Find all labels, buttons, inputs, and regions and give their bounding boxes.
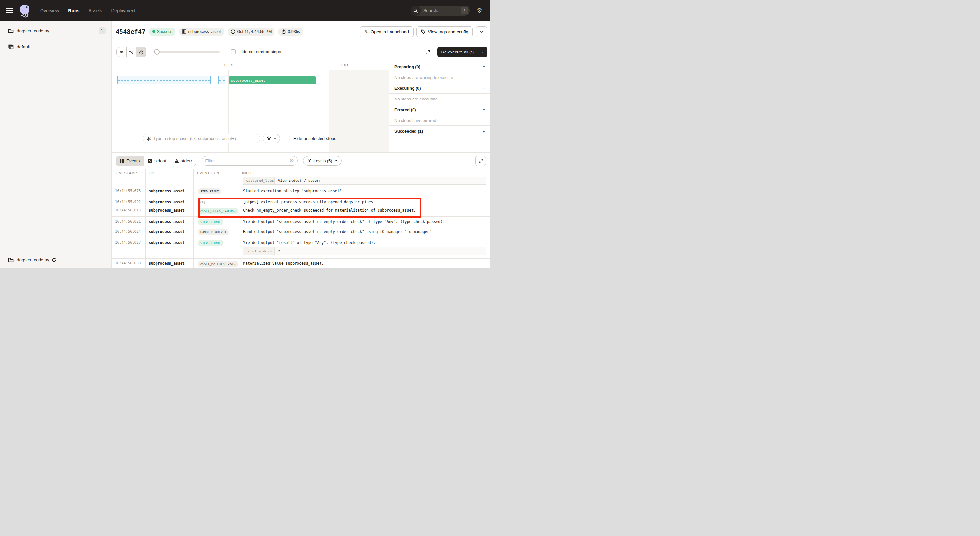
status-badge: Success bbox=[150, 28, 175, 36]
nav-link-assets[interactable]: Assets bbox=[89, 8, 102, 13]
event-info: captured_logsView stdout / stderr bbox=[239, 177, 490, 186]
sidebar-footer: dagster_code.py bbox=[0, 251, 111, 268]
waterfall-view-icon bbox=[129, 49, 134, 54]
sidebar-item-job-default[interactable]: default bbox=[0, 41, 111, 52]
chevron-down-icon bbox=[480, 31, 484, 33]
reexecute-dropdown-caret[interactable]: ▾ bbox=[478, 47, 487, 57]
info-link[interactable]: no_empty_order_check bbox=[257, 208, 301, 213]
filter-placeholder: Filter... bbox=[205, 159, 290, 163]
panel-section-header[interactable]: Errored (0)▾ bbox=[389, 104, 490, 115]
timeline-tick: 1.0s bbox=[340, 63, 349, 67]
gantt-step-bar[interactable]: subprocess_asset bbox=[229, 76, 316, 84]
open-in-launchpad-button[interactable]: ✎ Open in Launchpad bbox=[360, 26, 413, 37]
funnel-icon bbox=[307, 159, 312, 163]
info-link[interactable]: subprocess_asset bbox=[377, 208, 414, 213]
event-row[interactable]: 16:44:56.024subprocess_assetHANDLED_OUTP… bbox=[112, 227, 490, 238]
run-actions-chevron-button[interactable] bbox=[476, 26, 487, 37]
table-icon bbox=[120, 159, 124, 163]
nav-link-deployment[interactable]: Deployment bbox=[111, 8, 135, 13]
run-header-actions: ✎ Open in Launchpad View tags and config bbox=[360, 26, 487, 37]
gantt-timeline: 0.5s 1.0s bbox=[112, 62, 389, 70]
event-info: Started execution of step "subprocess_as… bbox=[239, 186, 490, 197]
settings-gear-icon[interactable]: ⚙ bbox=[477, 8, 482, 14]
view-tags-config-button[interactable]: View tags and config bbox=[417, 26, 473, 37]
metadata-value[interactable]: View stdout / stderr bbox=[275, 177, 486, 184]
event-op bbox=[145, 177, 194, 186]
log-tabs: Events stdout stderr bbox=[116, 156, 196, 166]
reexecute-all-button[interactable]: Re-execute all (*) ▾ bbox=[438, 47, 487, 57]
top-nav: OverviewRunsAssetsDeployment Search... /… bbox=[0, 0, 490, 21]
sidebar-item-code-location[interactable]: dagster_code.py 1 bbox=[0, 21, 111, 41]
step-subset-row: Type a step subset (ex: subprocess_asset… bbox=[112, 134, 389, 143]
nav-link-runs[interactable]: Runs bbox=[68, 8, 80, 13]
event-row[interactable]: 16:44:55.673subprocess_assetSTEP_STARTSt… bbox=[112, 186, 490, 197]
event-op: subprocess_asset bbox=[145, 227, 194, 237]
step-subset-placeholder: Type a step subset (ex: subprocess_asset… bbox=[153, 136, 236, 141]
flat-view-icon bbox=[119, 49, 124, 54]
run-id: 4548ef47 bbox=[116, 28, 145, 35]
event-type-badge: HANDLED_OUTPUT bbox=[198, 229, 229, 235]
tab-stdout[interactable]: stdout bbox=[143, 156, 170, 165]
col-op: OP bbox=[145, 169, 194, 177]
search-icon bbox=[410, 5, 421, 16]
panel-section-title: Errored (0) bbox=[395, 107, 416, 112]
reload-icon[interactable] bbox=[52, 258, 56, 262]
step-subset-input[interactable]: Type a step subset (ex: subprocess_asset… bbox=[143, 134, 260, 143]
folder-icon bbox=[8, 29, 14, 33]
event-row[interactable]: 16:44:56.021subprocess_assetSTEP_OUTPUTY… bbox=[112, 217, 490, 227]
tab-events[interactable]: Events bbox=[116, 156, 143, 165]
zoom-slider-knob[interactable] bbox=[154, 49, 160, 55]
graph-options-button[interactable] bbox=[263, 134, 280, 143]
view-flat-button[interactable] bbox=[117, 47, 126, 57]
gantt-expand-button[interactable] bbox=[423, 47, 433, 57]
step-status-panel: Preparing (0)▾No steps are waiting to ex… bbox=[389, 62, 490, 152]
hide-unselected-row: Hide unselected steps bbox=[285, 136, 336, 141]
nav-link-overview[interactable]: Overview bbox=[40, 8, 59, 13]
status-dot bbox=[152, 30, 155, 33]
metadata-key: total_orders bbox=[243, 247, 275, 255]
view-waterfall-button[interactable] bbox=[126, 47, 136, 57]
event-row[interactable]: 16:44:56.033subprocess_assetASSET_MATERI… bbox=[112, 259, 490, 268]
hide-unselected-checkbox[interactable] bbox=[285, 136, 290, 141]
run-count-badge: 1 bbox=[99, 27, 106, 34]
levels-dropdown[interactable]: Levels (5) bbox=[303, 156, 342, 165]
col-event-type: EVENT TYPE bbox=[194, 169, 239, 177]
chevron-down-icon bbox=[334, 160, 337, 162]
view-duration-button[interactable] bbox=[136, 47, 146, 57]
dagster-logo-icon[interactable] bbox=[18, 3, 32, 18]
stopwatch-icon bbox=[281, 30, 286, 34]
zoom-slider[interactable] bbox=[155, 51, 220, 53]
event-row[interactable]: captured_logsView stdout / stderr bbox=[112, 177, 490, 186]
event-row[interactable]: 16:44:56.027subprocess_assetSTEP_OUTPUTY… bbox=[112, 238, 490, 259]
event-timestamp: 16:44:55.673 bbox=[112, 186, 145, 197]
event-timestamp: 16:44:55.992 bbox=[112, 197, 145, 205]
event-info: Handled output "subprocess_asset_no_empt… bbox=[239, 227, 490, 237]
search-input[interactable]: Search... / bbox=[410, 5, 469, 16]
panel-section-title: Succeeded (1) bbox=[395, 129, 423, 134]
filter-input[interactable]: Filter... ⊗ bbox=[202, 156, 298, 165]
event-row[interactable]: 16:44:56.015subprocess_assetASSET_CHECK_… bbox=[112, 205, 490, 217]
panel-section-header[interactable]: Executing (0)▾ bbox=[389, 83, 490, 94]
tag-icon bbox=[421, 30, 425, 34]
panel-empty-state: No steps are waiting to execute bbox=[389, 72, 490, 83]
caret-down-icon: ▾ bbox=[483, 65, 485, 69]
panel-section-title: Preparing (0) bbox=[395, 65, 420, 69]
dagster-run-page: OverviewRunsAssetsDeployment Search... /… bbox=[0, 0, 490, 268]
event-info: Materialized value subprocess_asset. bbox=[239, 259, 490, 268]
event-info: [pipes] external process successfully op… bbox=[239, 197, 490, 205]
panel-section-header[interactable]: Succeeded (1)▸ bbox=[389, 126, 490, 137]
clear-filter-icon[interactable]: ⊗ bbox=[290, 158, 294, 163]
events-expand-button[interactable] bbox=[476, 156, 486, 166]
panel-section-header[interactable]: Preparing (0)▾ bbox=[389, 62, 490, 72]
event-timestamp: 16:44:56.015 bbox=[112, 205, 145, 216]
asset-tag[interactable]: subprocess_asset bbox=[179, 28, 224, 36]
hide-not-started-checkbox[interactable] bbox=[231, 49, 235, 54]
events-table-body: captured_logsView stdout / stderr16:44:5… bbox=[112, 177, 490, 268]
tab-stderr[interactable]: stderr bbox=[170, 156, 196, 165]
event-row[interactable]: 16:44:55.992subprocess_assetINFO[pipes] … bbox=[112, 197, 490, 205]
menu-icon[interactable] bbox=[6, 8, 13, 13]
gantt-view-mode-group bbox=[116, 47, 146, 57]
pencil-icon: ✎ bbox=[364, 29, 368, 34]
event-info: Yielded output "subprocess_asset_no_empt… bbox=[239, 217, 490, 226]
expand-icon bbox=[425, 50, 430, 54]
